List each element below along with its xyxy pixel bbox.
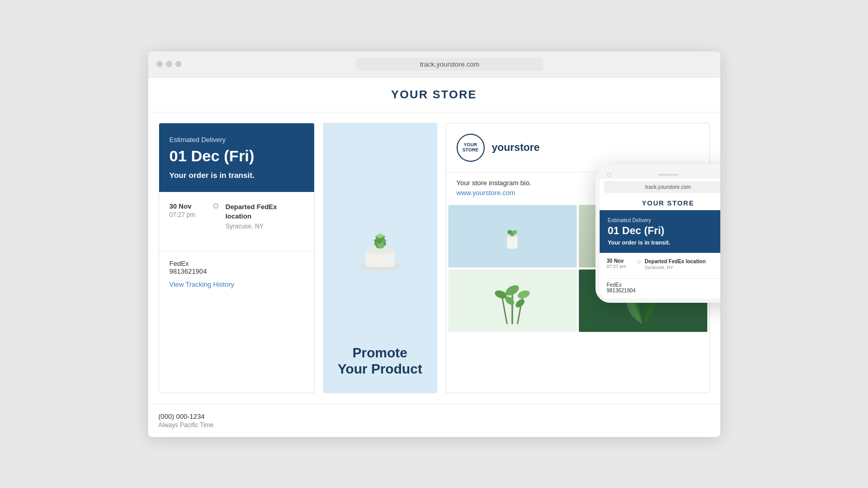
store-grid-item-1 — [448, 205, 577, 267]
phone-event-date-col: 30 Nov 07:27 pm — [607, 258, 633, 270]
browser-addressbar[interactable]: track.yourstore.com — [356, 58, 543, 71]
tracking-header: Estimated Delivery 01 Dec (Fri) Your ord… — [159, 123, 314, 192]
delivery-date: 01 Dec (Fri) — [170, 147, 304, 165]
event-dot-col — [213, 202, 218, 230]
carrier-name: FedEx — [170, 260, 304, 267]
phone-event-time: 07:27 pm — [607, 264, 633, 269]
promo-plant-image — [323, 123, 437, 331]
phone-tracking-event: 30 Nov 07:27 pm Departed FedEx location … — [607, 258, 720, 275]
transit-status: Your order is in transit. — [170, 171, 304, 179]
event-date: 30 Nov — [170, 202, 206, 210]
browser-dot-red — [157, 61, 163, 67]
event-time: 07:27 pm — [170, 211, 206, 219]
browser-dot-yellow — [166, 61, 172, 67]
phone-event-location: Syracuse, NY — [645, 265, 720, 270]
site-header: YOUR STORE — [148, 78, 720, 112]
phone-url: track.yourstore.com — [609, 184, 720, 190]
event-info-col: Departed FedEx location Syracuse, NY — [226, 202, 304, 230]
promo-section: Promote Your Product — [323, 123, 437, 393]
phone-status-bar — [600, 169, 720, 179]
browser-window: track.yourstore.com YOUR STORE Estimated… — [148, 52, 720, 437]
phone-speaker — [658, 174, 679, 176]
svg-point-30 — [516, 289, 530, 300]
view-history-link[interactable]: View Tracking History — [170, 280, 235, 288]
promo-headline: Promote Your Product — [338, 345, 422, 377]
bottom-section: (000) 000-1234 Always Pacific Time — [148, 404, 720, 437]
store-grid-item-3 — [448, 269, 577, 332]
store-logo: YOUR STORE — [457, 134, 485, 162]
phone-delivery-date: 01 Dec (Fri) — [608, 225, 720, 237]
phone-event-dot-col — [637, 258, 641, 270]
tracking-event: 30 Nov 07:27 pm Departed FedEx location … — [170, 202, 304, 240]
phone-carrier: FedEx 9813621904 — [607, 282, 720, 293]
event-title: Departed FedEx location — [226, 202, 304, 221]
phone-event-title: Departed FedEx location — [645, 258, 720, 265]
estimated-label: Estimated Delivery — [170, 136, 304, 144]
phone-mockup: track.yourstore.com YOUR STORE Estimated… — [595, 164, 720, 303]
phone-estimated-label: Estimated Delivery — [608, 217, 720, 223]
browser-url: track.yourstore.com — [420, 60, 479, 68]
store-logo-text: YOUR STORE — [462, 143, 478, 153]
footer-phone: (000) 000-1234 — [159, 413, 710, 420]
browser-dots — [157, 61, 182, 67]
phone-event-date: 30 Nov — [607, 258, 633, 264]
phone-event-dot — [637, 260, 641, 264]
event-date-col: 30 Nov 07:27 pm — [170, 202, 206, 230]
phone-event-info: Departed FedEx location Syracuse, NY — [645, 258, 720, 270]
site-title: YOUR STORE — [391, 88, 477, 101]
tracking-card: Estimated Delivery 01 Dec (Fri) Your ord… — [159, 123, 315, 393]
footer-subtitle: Always Pacific Time — [159, 421, 710, 429]
phone-camera-icon — [607, 173, 611, 177]
phone-divider — [607, 278, 720, 279]
phone-transit-status: Your order is in transit. — [608, 239, 720, 246]
browser-dot-green — [175, 61, 182, 67]
store-name: yourstore — [492, 142, 540, 153]
phone-tracking-header: Estimated Delivery 01 Dec (Fri) Your ord… — [600, 210, 720, 253]
promo-text: Promote Your Product — [327, 337, 433, 393]
svg-point-15 — [378, 234, 383, 237]
phone-browser: track.yourstore.com — [604, 181, 720, 193]
tracking-footer: FedEx 9813621904 View Tracking History — [159, 251, 314, 297]
event-dot — [213, 203, 218, 209]
svg-point-19 — [508, 230, 512, 234]
browser-chrome: track.yourstore.com — [148, 52, 720, 78]
svg-point-20 — [513, 230, 517, 234]
main-content: Estimated Delivery 01 Dec (Fri) Your ord… — [148, 112, 720, 404]
phone-body: 30 Nov 07:27 pm Departed FedEx location … — [600, 253, 720, 299]
event-location: Syracuse, NY — [226, 223, 304, 230]
svg-rect-16 — [507, 236, 517, 249]
tracking-number: 9813621904 — [170, 267, 304, 275]
tracking-body: 30 Nov 07:27 pm Departed FedEx location … — [159, 192, 314, 251]
phone-site-title: YOUR STORE — [600, 195, 720, 210]
